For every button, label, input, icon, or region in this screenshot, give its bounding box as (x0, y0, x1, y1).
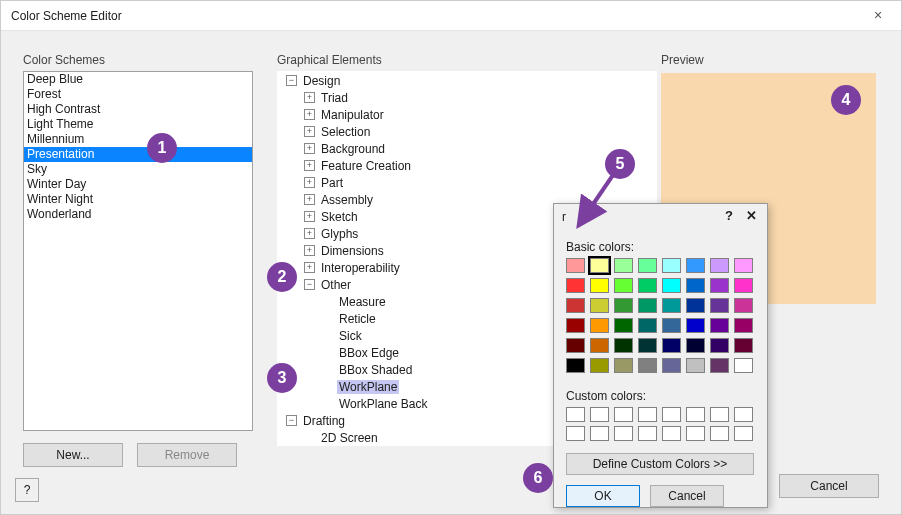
expand-icon[interactable]: + (304, 245, 315, 256)
expand-icon[interactable]: + (304, 177, 315, 188)
expand-icon[interactable]: + (304, 194, 315, 205)
popup-help-icon[interactable]: ? (725, 208, 733, 223)
color-swatch[interactable] (566, 278, 585, 293)
scheme-item[interactable]: Deep Blue (24, 72, 252, 87)
color-swatch[interactable] (566, 258, 585, 273)
color-swatch[interactable] (686, 278, 705, 293)
expand-icon[interactable]: + (304, 160, 315, 171)
color-swatch[interactable] (686, 358, 705, 373)
scheme-item[interactable]: Millennium (24, 132, 252, 147)
custom-color-swatch[interactable] (710, 426, 729, 441)
scheme-item[interactable]: High Contrast (24, 102, 252, 117)
color-swatch[interactable] (590, 258, 609, 273)
color-swatch[interactable] (638, 258, 657, 273)
expand-icon[interactable]: + (304, 262, 315, 273)
custom-color-swatch[interactable] (638, 426, 657, 441)
scheme-item[interactable]: Presentation (24, 147, 252, 162)
color-swatch[interactable] (566, 298, 585, 313)
expand-icon[interactable]: + (304, 228, 315, 239)
color-swatch[interactable] (734, 358, 753, 373)
custom-color-swatch[interactable] (566, 407, 585, 422)
custom-color-swatch[interactable] (638, 407, 657, 422)
color-swatch[interactable] (638, 338, 657, 353)
custom-colors-row[interactable] (566, 407, 755, 422)
color-swatch[interactable] (614, 338, 633, 353)
basic-colors-grid[interactable] (566, 258, 755, 375)
schemes-listbox[interactable]: Deep BlueForestHigh ContrastLight ThemeM… (23, 71, 253, 431)
scheme-item[interactable]: Winter Night (24, 192, 252, 207)
color-swatch[interactable] (590, 298, 609, 313)
color-swatch[interactable] (638, 358, 657, 373)
custom-color-swatch[interactable] (686, 407, 705, 422)
color-swatch[interactable] (590, 318, 609, 333)
color-swatch[interactable] (614, 318, 633, 333)
color-swatch[interactable] (638, 318, 657, 333)
color-swatch[interactable] (686, 298, 705, 313)
color-swatch[interactable] (686, 338, 705, 353)
collapse-icon[interactable]: − (286, 75, 297, 86)
custom-color-swatch[interactable] (734, 426, 753, 441)
custom-color-swatch[interactable] (662, 426, 681, 441)
color-swatch[interactable] (734, 338, 753, 353)
color-swatch[interactable] (614, 358, 633, 373)
color-swatch[interactable] (590, 338, 609, 353)
color-swatch[interactable] (710, 258, 729, 273)
custom-color-swatch[interactable] (590, 407, 609, 422)
color-swatch[interactable] (590, 358, 609, 373)
color-swatch[interactable] (662, 318, 681, 333)
color-swatch[interactable] (710, 278, 729, 293)
custom-color-swatch[interactable] (590, 426, 609, 441)
color-swatch[interactable] (662, 338, 681, 353)
expand-icon[interactable]: + (304, 126, 315, 137)
scheme-item[interactable]: Light Theme (24, 117, 252, 132)
expand-icon[interactable]: + (304, 211, 315, 222)
color-swatch[interactable] (614, 298, 633, 313)
color-swatch[interactable] (590, 278, 609, 293)
color-swatch[interactable] (710, 358, 729, 373)
collapse-icon[interactable]: − (304, 279, 315, 290)
tree-item[interactable]: +Background (278, 140, 656, 157)
color-swatch[interactable] (614, 278, 633, 293)
popup-cancel-button[interactable]: Cancel (650, 485, 724, 507)
color-swatch[interactable] (710, 298, 729, 313)
custom-color-swatch[interactable] (686, 426, 705, 441)
color-swatch[interactable] (710, 318, 729, 333)
collapse-icon[interactable]: − (286, 415, 297, 426)
color-swatch[interactable] (734, 318, 753, 333)
color-swatch[interactable] (566, 318, 585, 333)
define-custom-colors-button[interactable]: Define Custom Colors >> (566, 453, 754, 475)
scheme-item[interactable]: Winter Day (24, 177, 252, 192)
close-icon[interactable]: × (855, 1, 901, 31)
popup-ok-button[interactable]: OK (566, 485, 640, 507)
scheme-item[interactable]: Wonderland (24, 207, 252, 222)
color-swatch[interactable] (710, 338, 729, 353)
color-swatch[interactable] (686, 318, 705, 333)
expand-icon[interactable]: + (304, 143, 315, 154)
expand-icon[interactable]: + (304, 109, 315, 120)
color-swatch[interactable] (662, 358, 681, 373)
custom-color-swatch[interactable] (614, 407, 633, 422)
new-scheme-button[interactable]: New... (23, 443, 123, 467)
scheme-item[interactable]: Sky (24, 162, 252, 177)
color-swatch[interactable] (662, 258, 681, 273)
color-swatch[interactable] (566, 338, 585, 353)
color-swatch[interactable] (662, 298, 681, 313)
color-swatch[interactable] (686, 258, 705, 273)
color-swatch[interactable] (614, 258, 633, 273)
color-swatch[interactable] (734, 258, 753, 273)
color-swatch[interactable] (734, 278, 753, 293)
custom-colors-row[interactable] (566, 426, 755, 441)
popup-close-icon[interactable]: ✕ (746, 208, 757, 223)
custom-color-swatch[interactable] (734, 407, 753, 422)
dialog-cancel-button[interactable]: Cancel (779, 474, 879, 498)
tree-item[interactable]: −Design (278, 72, 656, 89)
color-swatch[interactable] (662, 278, 681, 293)
color-swatch[interactable] (638, 278, 657, 293)
tree-item[interactable]: +Triad (278, 89, 656, 106)
tree-item[interactable]: +Selection (278, 123, 656, 140)
custom-color-swatch[interactable] (614, 426, 633, 441)
color-swatch[interactable] (566, 358, 585, 373)
custom-color-swatch[interactable] (662, 407, 681, 422)
custom-color-swatch[interactable] (710, 407, 729, 422)
help-icon[interactable]: ? (15, 478, 39, 502)
